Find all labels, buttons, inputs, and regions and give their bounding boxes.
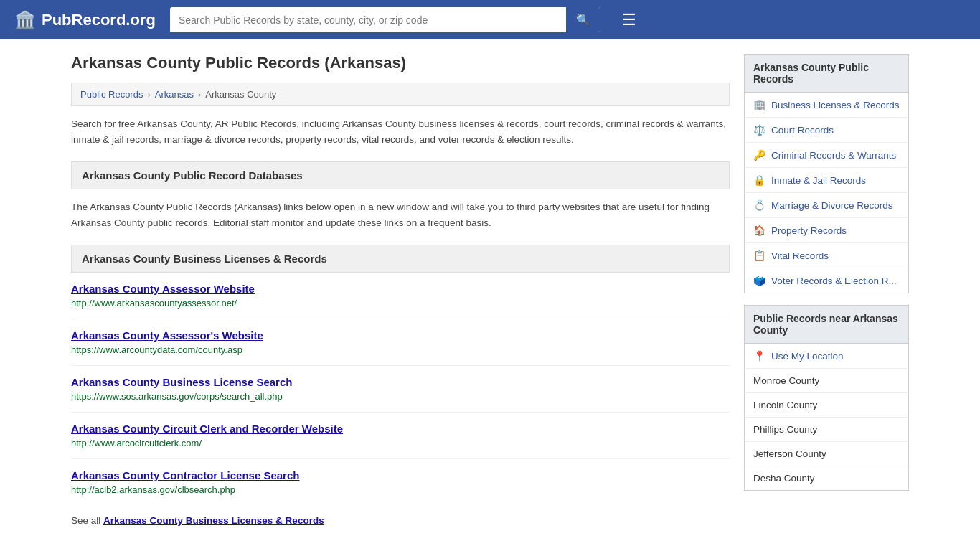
sidebar-section-title: Arkansas County Public Records [744,54,909,93]
sidebar-item-label-vital: Vital Records [771,250,829,261]
sidebar-item-business[interactable]: 🏢 Business Licenses & Records [744,93,909,118]
db-section-header: Arkansas County Public Record Databases [71,161,730,189]
sidebar-use-location[interactable]: 📍 Use My Location [744,344,909,369]
logo[interactable]: 🏛️ PubRecord.org [14,10,156,30]
lock-icon: 🔒 [753,174,765,186]
record-block-1: Arkansas County Assessor's Website https… [71,329,730,366]
sidebar-item-marriage[interactable]: 💍 Marriage & Divorce Records [744,193,909,218]
sidebar-county-monroe-label: Monroe County [753,375,819,386]
sidebar-item-voter[interactable]: 🗳️ Voter Records & Election R... [744,268,909,293]
building-icon: 🏛️ [14,10,36,30]
ballot-icon: 🗳️ [753,275,765,286]
sidebar-item-inmate[interactable]: 🔒 Inmate & Jail Records [744,168,909,193]
see-all-link[interactable]: Arkansas County Business Licenses & Reco… [103,515,324,526]
db-description: The Arkansas County Public Records (Arka… [71,199,730,230]
sidebar-county-lincoln-label: Lincoln County [753,400,817,410]
main-layout: Arkansas County Public Records (Arkansas… [60,39,920,540]
content-area: Arkansas County Public Records (Arkansas… [71,54,730,526]
page-title: Arkansas County Public Records (Arkansas… [71,54,730,72]
sidebar-item-label-court: Court Records [771,125,834,136]
record-title-link-1[interactable]: Arkansas County Assessor's Website [71,329,730,342]
breadcrumb-arkansas[interactable]: Arkansas [155,89,194,100]
see-all-line: See all Arkansas County Business License… [71,515,730,526]
breadcrumb-public-records[interactable]: Public Records [80,89,143,100]
sidebar-county-lincoln[interactable]: Lincoln County [744,393,909,418]
record-title-link-4[interactable]: Arkansas County Contractor License Searc… [71,469,730,481]
site-header: 🏛️ PubRecord.org 🔍 ☰ [0,0,980,39]
house-icon: 🏠 [753,225,765,236]
key-icon: 🔑 [753,149,765,161]
clipboard-icon: 📋 [753,250,765,261]
record-block-4: Arkansas County Contractor License Searc… [71,469,730,505]
sidebar-nearby-section: Public Records near Arkansas County 📍 Us… [744,305,909,491]
location-pin-icon: 📍 [753,350,765,362]
sidebar-item-criminal[interactable]: 🔑 Criminal Records & Warrants [744,143,909,168]
sidebar-county-phillips[interactable]: Phillips County [744,418,909,442]
sidebar-item-vital[interactable]: 📋 Vital Records [744,243,909,268]
sidebar-item-court[interactable]: ⚖️ Court Records [744,118,909,143]
sidebar-county-monroe[interactable]: Monroe County [744,369,909,393]
sidebar-item-property[interactable]: 🏠 Property Records [744,218,909,243]
sidebar-public-records-section: Arkansas County Public Records 🏢 Busines… [744,54,909,293]
sidebar-county-jefferson[interactable]: Jefferson County [744,442,909,466]
record-block-2: Arkansas County Business License Search … [71,376,730,413]
sidebar: Arkansas County Public Records 🏢 Busines… [744,54,909,526]
breadcrumb-sep-1: › [147,89,150,100]
logo-text: PubRecord.org [42,11,156,29]
record-block-3: Arkansas County Circuit Clerk and Record… [71,423,730,459]
ring-icon: 💍 [753,199,765,211]
sidebar-county-desha-label: Desha County [753,473,815,484]
breadcrumb: Public Records › Arkansas › Arkansas Cou… [71,83,730,106]
sidebar-item-label-voter: Voter Records & Election R... [771,276,897,286]
sidebar-item-label-property: Property Records [771,225,847,236]
records-list: Arkansas County Assessor Website http://… [71,283,730,505]
sidebar-item-label-inmate: Inmate & Jail Records [771,175,866,186]
menu-button[interactable]: ☰ [622,11,636,29]
sidebar-item-label-criminal: Criminal Records & Warrants [771,150,896,161]
search-bar: 🔍 [170,7,600,32]
sidebar-nearby-title: Public Records near Arkansas County [744,305,909,344]
sidebar-item-label-marriage: Marriage & Divorce Records [771,200,893,211]
sidebar-county-desha[interactable]: Desha County [744,466,909,491]
record-block-0: Arkansas County Assessor Website http://… [71,283,730,319]
intro-text: Search for free Arkansas County, AR Publ… [71,116,730,147]
sidebar-use-location-label: Use My Location [771,351,844,362]
record-url-3[interactable]: http://www.arcocircuitclerk.com/ [71,438,202,448]
record-title-link-3[interactable]: Arkansas County Circuit Clerk and Record… [71,423,730,435]
breadcrumb-sep-2: › [198,89,201,100]
record-title-link-0[interactable]: Arkansas County Assessor Website [71,283,730,295]
breadcrumb-county: Arkansas County [205,89,276,100]
briefcase-icon: 🏢 [753,99,765,110]
record-url-4[interactable]: http://aclb2.arkansas.gov/clbsearch.php [71,484,235,495]
sidebar-item-label-business: Business Licenses & Records [771,100,900,110]
search-input[interactable] [170,9,566,32]
record-url-0[interactable]: http://www.arkansascountyassessor.net/ [71,298,237,309]
scales-icon: ⚖️ [753,124,765,136]
record-title-link-2[interactable]: Arkansas County Business License Search [71,376,730,388]
business-section-header: Arkansas County Business Licenses & Reco… [71,245,730,273]
search-button[interactable]: 🔍 [566,7,600,32]
sidebar-county-phillips-label: Phillips County [753,424,817,435]
record-url-2[interactable]: https://www.sos.arkansas.gov/corps/searc… [71,391,283,402]
record-url-1[interactable]: https://www.arcountydata.com/county.asp [71,344,242,355]
sidebar-county-jefferson-label: Jefferson County [753,448,826,459]
